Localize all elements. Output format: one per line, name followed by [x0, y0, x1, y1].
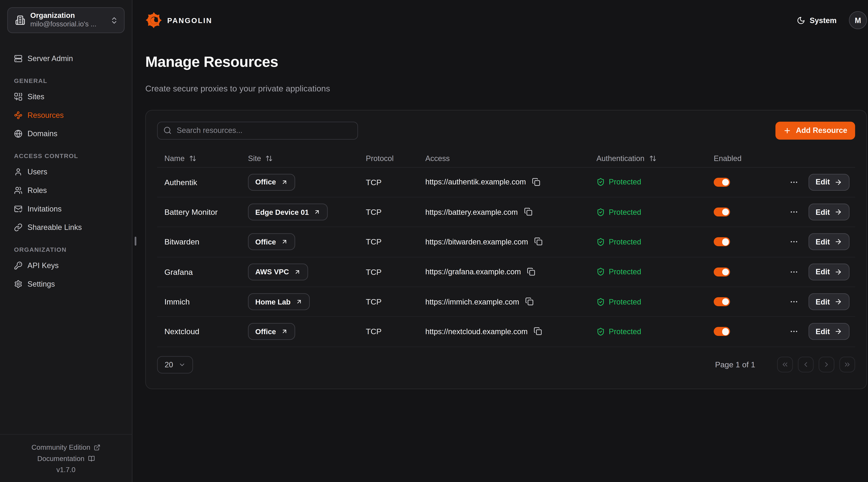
add-resource-button[interactable]: Add Resource [776, 122, 855, 139]
theme-toggle-button[interactable]: System [797, 16, 837, 24]
community-edition-link[interactable]: Community Edition [0, 443, 132, 452]
shield-check-icon [596, 238, 605, 246]
site-link-button[interactable]: Edge Device 01 [248, 204, 328, 221]
sort-icon[interactable] [266, 155, 273, 162]
sidebar-item-invitations[interactable]: Invitations [0, 200, 132, 218]
enabled-toggle[interactable] [714, 327, 730, 336]
sidebar-item-roles[interactable]: Roles [0, 181, 132, 200]
column-header-site[interactable]: Site [241, 154, 359, 162]
resource-name: Nextcloud [164, 327, 199, 336]
auth-status-badge: Protected [596, 268, 641, 276]
org-switcher[interactable]: Organization milo@fossorial.io's ... [7, 7, 125, 33]
combine-icon [14, 93, 22, 101]
avatar[interactable]: M [849, 11, 867, 29]
site-link-button[interactable]: Office [248, 174, 295, 191]
table-row: Battery Monitor Edge Device 01 TCP https… [157, 197, 855, 227]
auth-status-badge: Protected [596, 208, 641, 216]
row-menu-button[interactable] [787, 236, 800, 248]
sort-icon[interactable] [189, 155, 196, 162]
sidebar-item-sites[interactable]: Sites [0, 88, 132, 106]
resource-protocol: TCP [366, 237, 381, 247]
arrow-right-icon [834, 178, 842, 186]
copy-url-button[interactable] [534, 237, 543, 247]
resource-access-url: https://immich.example.com [425, 297, 519, 306]
row-menu-button[interactable] [787, 325, 800, 338]
sidebar-item-resources[interactable]: Resources [0, 106, 132, 125]
resource-name: Authentik [164, 178, 197, 187]
edit-button[interactable]: Edit [808, 174, 849, 191]
resource-access-url: https://battery.example.com [425, 208, 518, 216]
arrow-up-right-icon [281, 328, 288, 335]
ellipsis-icon [789, 237, 798, 247]
sidebar-resize-handle[interactable] [135, 237, 136, 246]
table-row: Grafana AWS VPC TCP https://grafana.exam… [157, 257, 855, 287]
arrow-up-right-icon [281, 238, 288, 245]
edit-button[interactable]: Edit [808, 263, 849, 280]
resource-name: Grafana [164, 267, 193, 277]
edit-button[interactable]: Edit [808, 233, 849, 250]
copy-icon [532, 178, 540, 186]
sidebar-item-settings[interactable]: Settings [0, 275, 132, 293]
copy-url-button[interactable] [527, 267, 536, 277]
sidebar: Organization milo@fossorial.io's ... Ser… [0, 0, 132, 482]
enabled-toggle[interactable] [714, 237, 730, 247]
copy-url-button[interactable] [525, 297, 534, 306]
users-icon [14, 186, 22, 194]
edit-button[interactable]: Edit [808, 293, 849, 310]
column-header-name[interactable]: Name [157, 154, 241, 162]
chevrons-up-down-icon [110, 16, 118, 24]
pangolin-logo-icon [145, 12, 162, 29]
enabled-toggle[interactable] [714, 267, 730, 277]
page-size-select[interactable]: 20 [157, 356, 193, 373]
next-page-button[interactable] [819, 357, 835, 372]
enabled-toggle[interactable] [714, 207, 730, 217]
sidebar-item-shareable-links[interactable]: Shareable Links [0, 218, 132, 237]
sidebar-nav: Server Admin GENERAL Sites Resources Dom… [0, 40, 132, 293]
sidebar-item-api-keys[interactable]: API Keys [0, 256, 132, 275]
main-content: PANGOLIN System M Manage Resources Creat… [132, 0, 868, 482]
shield-check-icon [596, 178, 605, 186]
sidebar-item-domains[interactable]: Domains [0, 125, 132, 143]
site-link-button[interactable]: Home Lab [248, 293, 310, 310]
arrow-right-icon [834, 268, 842, 276]
documentation-link[interactable]: Documentation [0, 454, 132, 463]
site-link-button[interactable]: Office [248, 233, 295, 250]
copy-icon [524, 207, 532, 216]
site-link-button[interactable]: Office [248, 323, 295, 340]
sort-icon[interactable] [649, 155, 656, 162]
resource-access-url: https://bitwarden.example.com [425, 238, 528, 246]
edit-button[interactable]: Edit [808, 323, 849, 340]
building-icon [15, 15, 25, 25]
table-body: Authentik Office TCP https://authentik.e… [157, 168, 855, 347]
brand[interactable]: PANGOLIN [145, 12, 212, 29]
resource-protocol: TCP [366, 178, 381, 187]
copy-url-button[interactable] [534, 327, 543, 336]
arrow-right-icon [834, 208, 842, 216]
table-row: Bitwarden Office TCP https://bitwarden.e… [157, 227, 855, 257]
edit-button[interactable]: Edit [808, 204, 849, 221]
first-page-button[interactable] [777, 357, 793, 372]
auth-status-badge: Protected [596, 297, 641, 306]
search-input[interactable] [157, 122, 358, 139]
shield-check-icon [596, 268, 605, 276]
copy-icon [525, 297, 534, 306]
enabled-toggle[interactable] [714, 297, 730, 306]
site-link-button[interactable]: AWS VPC [248, 263, 308, 280]
enabled-toggle[interactable] [714, 178, 730, 187]
copy-url-button[interactable] [532, 178, 541, 187]
sidebar-item-server-admin[interactable]: Server Admin [0, 49, 132, 68]
row-menu-button[interactable] [787, 206, 800, 218]
chevron-right-icon [823, 360, 830, 368]
pagination: 20 Page 1 of 1 [157, 356, 855, 373]
row-menu-button[interactable] [787, 176, 800, 188]
external-link-icon [94, 444, 100, 451]
sidebar-item-users[interactable]: Users [0, 163, 132, 181]
shield-check-icon [596, 327, 605, 336]
row-menu-button[interactable] [787, 266, 800, 278]
resource-name: Battery Monitor [164, 207, 218, 217]
column-header-authentication[interactable]: Authentication [589, 154, 707, 162]
row-menu-button[interactable] [787, 296, 800, 308]
copy-url-button[interactable] [524, 207, 533, 217]
last-page-button[interactable] [839, 357, 855, 372]
previous-page-button[interactable] [798, 357, 814, 372]
